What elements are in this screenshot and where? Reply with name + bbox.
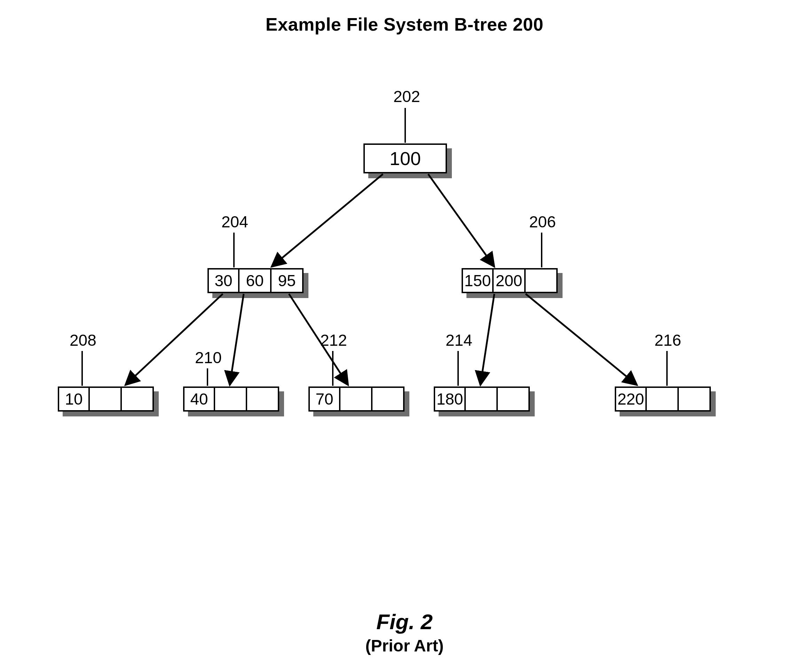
node-mid-left-cell-2: 95 [272, 268, 304, 293]
ref-label-212: 212 [320, 331, 347, 349]
svg-line-6 [525, 294, 637, 385]
node-leaf-e-cell-1 [647, 386, 679, 412]
ref-label-214: 214 [446, 331, 472, 349]
node-leaf-a-cell-2 [122, 386, 154, 412]
ref-label-202: 202 [393, 87, 420, 106]
node-leaf-a: 10 [58, 386, 154, 412]
node-leaf-d: 180 [434, 386, 530, 412]
figure-caption: Fig. 2 (Prior Art) [0, 609, 809, 655]
ref-tick-202 [404, 108, 406, 143]
node-leaf-d-cell-0: 180 [434, 386, 466, 412]
node-mid-left-cell-1: 60 [240, 268, 272, 293]
node-leaf-a-cell-0: 10 [58, 386, 90, 412]
ref-tick-208 [81, 351, 83, 386]
svg-line-2 [125, 294, 223, 385]
node-mid-right-cell-1: 200 [493, 268, 525, 293]
diagram-title: Example File System B-tree 200 [0, 14, 809, 35]
diagram-stage: Example File System B-tree 200 202 100 2… [0, 0, 809, 672]
node-mid-left: 30 60 95 [208, 268, 304, 293]
node-leaf-c-cell-0: 70 [309, 386, 341, 412]
ref-tick-214 [457, 351, 459, 386]
node-leaf-c: 70 [309, 386, 404, 412]
node-mid-right-cell-2 [525, 268, 558, 293]
ref-tick-204 [233, 233, 235, 267]
ref-label-210: 210 [195, 348, 222, 367]
node-leaf-c-cell-1 [341, 386, 373, 412]
node-mid-right: 150 200 [462, 268, 558, 293]
svg-line-1 [428, 174, 494, 267]
ref-label-204: 204 [222, 212, 248, 231]
node-leaf-e: 220 [615, 386, 711, 412]
node-root: 100 [363, 143, 447, 173]
ref-tick-210 [207, 368, 208, 386]
node-mid-right-cell-0: 150 [462, 268, 493, 293]
node-leaf-b-cell-0: 40 [183, 386, 215, 412]
node-leaf-c-cell-2 [373, 386, 404, 412]
ref-tick-212 [332, 351, 334, 386]
node-leaf-d-cell-2 [498, 386, 530, 412]
svg-line-3 [230, 294, 244, 385]
ref-label-208: 208 [70, 331, 96, 349]
node-leaf-d-cell-1 [466, 386, 498, 412]
node-leaf-e-cell-2 [679, 386, 711, 412]
node-leaf-b-cell-1 [215, 386, 247, 412]
node-leaf-e-cell-0: 220 [615, 386, 647, 412]
figure-number: Fig. 2 [0, 609, 809, 634]
ref-tick-216 [666, 351, 668, 386]
figure-subtitle: (Prior Art) [0, 636, 809, 655]
node-leaf-b-cell-2 [247, 386, 279, 412]
node-leaf-a-cell-1 [90, 386, 122, 412]
ref-tick-206 [541, 233, 542, 267]
node-leaf-b: 40 [183, 386, 279, 412]
node-mid-left-cell-0: 30 [208, 268, 240, 293]
node-root-cell-0: 100 [363, 143, 447, 173]
ref-label-206: 206 [529, 212, 556, 231]
svg-line-0 [272, 174, 383, 267]
svg-line-5 [480, 294, 494, 385]
ref-label-216: 216 [655, 331, 681, 349]
